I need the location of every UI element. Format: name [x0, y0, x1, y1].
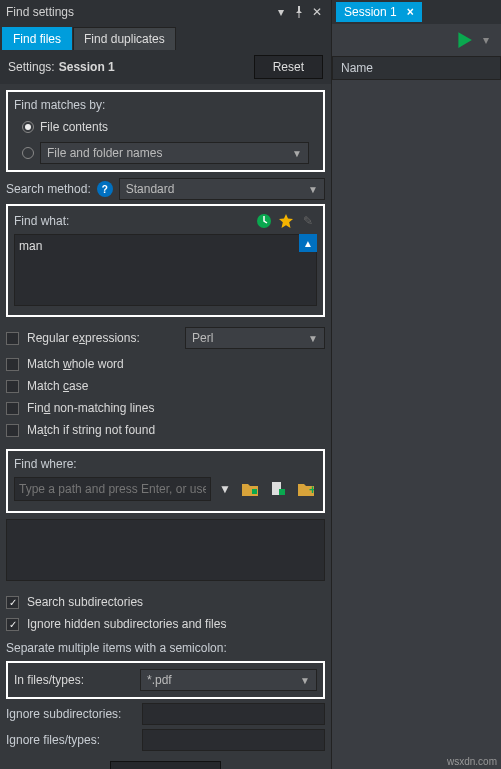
find-settings-panel: Find settings ▾ ✕ Find files Find duplic… [0, 0, 332, 769]
content-area: Find matches by: File contents File and … [0, 84, 331, 769]
titlebar-controls: ▾ ✕ [273, 4, 325, 20]
match-case-checkbox[interactable] [6, 380, 19, 393]
search-subdirs-label: Search subdirectories [27, 595, 143, 609]
favorite-icon[interactable] [277, 212, 295, 230]
ignore-hidden-checkbox[interactable]: ✓ [6, 618, 19, 631]
chevron-down-icon: ▼ [308, 333, 318, 344]
ignore-filetypes-label: Ignore files/types: [6, 733, 136, 747]
session-tab-label: Session 1 [344, 5, 397, 19]
close-icon[interactable]: ✕ [309, 4, 325, 20]
find-what-input[interactable] [14, 234, 317, 306]
non-matching-label: Find non-matching lines [27, 401, 154, 415]
find-matches-label: Find matches by: [14, 98, 317, 112]
panel-title: Find settings [6, 5, 273, 19]
settings-label: Settings: [8, 60, 55, 74]
not-found-row[interactable]: Match if string not found [6, 419, 325, 441]
non-matching-checkbox[interactable] [6, 402, 19, 415]
search-method-label: Search method: [6, 182, 91, 196]
ignore-subdirs-row: Ignore subdirectories: [6, 703, 325, 725]
regex-engine-dropdown[interactable]: Perl ▼ [185, 327, 325, 349]
paths-list[interactable] [6, 519, 325, 581]
tab-find-files[interactable]: Find files [2, 27, 72, 50]
search-method-dropdown[interactable]: Standard ▼ [119, 178, 325, 200]
radio-file-contents[interactable]: File contents [14, 118, 317, 136]
find-what-group: Find what: ✎ ▲ [6, 204, 325, 317]
session-tab[interactable]: Session 1 × [336, 2, 422, 22]
file-types-dropdown[interactable]: *.pdf ▼ [140, 669, 317, 691]
find-matches-group: Find matches by: File contents File and … [6, 90, 325, 172]
radio-icon [22, 147, 34, 159]
chevron-down-icon: ▼ [308, 184, 318, 195]
session-tabs-bar: Session 1 × [332, 0, 501, 24]
ignore-hidden-row[interactable]: ✓ Ignore hidden subdirectories and files [6, 613, 325, 635]
path-input[interactable] [14, 477, 211, 501]
tab-find-duplicates[interactable]: Find duplicates [73, 27, 176, 50]
search-method-value: Standard [126, 182, 175, 196]
find-what-header: Find what: ✎ [14, 212, 317, 230]
regex-engine-value: Perl [192, 331, 213, 345]
find-where-group: Find where: ▼ + [6, 449, 325, 513]
browse-folder-icon[interactable] [239, 478, 261, 500]
reset-button[interactable]: Reset [254, 55, 323, 79]
toolbar-menu-icon[interactable]: ▾ [477, 31, 495, 49]
watermark: wsxdn.com [447, 756, 497, 767]
find-where-row: ▼ + [14, 477, 317, 501]
ignore-filetypes-row: Ignore files/types: [6, 729, 325, 751]
ignore-subdirs-label: Ignore subdirectories: [6, 707, 136, 721]
toolbar-row: ▾ [332, 24, 501, 56]
file-folder-names-label: File and folder names [47, 146, 162, 160]
svg-text:+: + [309, 483, 314, 496]
add-file-icon[interactable] [267, 478, 289, 500]
ignore-subdirs-input[interactable] [142, 703, 325, 725]
find-what-icons: ✎ [255, 212, 317, 230]
ignore-filetypes-input[interactable] [142, 729, 325, 751]
settings-row: Settings: Session 1 Reset [0, 50, 331, 84]
chevron-down-icon: ▼ [300, 675, 310, 686]
match-case-row[interactable]: Match case [6, 375, 325, 397]
whole-word-checkbox[interactable] [6, 358, 19, 371]
dropdown-icon[interactable]: ▾ [273, 4, 289, 20]
search-subdirs-checkbox[interactable]: ✓ [6, 596, 19, 609]
session-name[interactable]: Session 1 [59, 60, 250, 74]
close-session-icon[interactable]: × [407, 5, 414, 19]
play-icon[interactable] [455, 31, 473, 49]
find-where-label: Find where: [14, 457, 317, 471]
results-panel: Session 1 × ▾ Name [332, 0, 501, 769]
chevron-down-icon[interactable]: ▼ [217, 482, 233, 496]
file-types-group: In files/types: *.pdf ▼ [6, 661, 325, 699]
whole-word-label: Match whole word [27, 357, 124, 371]
chevron-down-icon: ▼ [292, 148, 302, 159]
options-block: Regular expressions: Perl ▼ Match whole … [6, 323, 325, 441]
search-method-row: Search method: ? Standard ▼ [6, 178, 325, 200]
file-types-value: *.pdf [147, 673, 172, 687]
svg-rect-1 [252, 489, 257, 494]
history-icon[interactable] [255, 212, 273, 230]
regex-row: Regular expressions: Perl ▼ [6, 323, 325, 353]
find-what-label: Find what: [14, 214, 69, 228]
set-file-filters-button[interactable]: Set file filters… [110, 761, 221, 769]
radio-file-contents-label: File contents [40, 120, 108, 134]
find-what-input-wrap: ▲ [14, 234, 317, 309]
search-subdirs-row[interactable]: ✓ Search subdirectories [6, 591, 325, 613]
radio-icon [22, 121, 34, 133]
help-icon[interactable]: ? [97, 181, 113, 197]
svg-rect-3 [279, 489, 285, 495]
add-folder-icon[interactable]: + [295, 478, 317, 500]
panel-titlebar: Find settings ▾ ✕ [0, 0, 331, 24]
file-folder-names-dropdown[interactable]: File and folder names ▼ [40, 142, 309, 164]
regex-label: Regular expressions: [27, 331, 140, 345]
regex-checkbox[interactable] [6, 332, 19, 345]
more-icon[interactable]: ✎ [299, 212, 317, 230]
match-case-label: Match case [27, 379, 88, 393]
not-found-checkbox[interactable] [6, 424, 19, 437]
tabs-bar: Find files Find duplicates [0, 24, 331, 50]
file-types-label: In files/types: [14, 673, 134, 687]
ignore-hidden-label: Ignore hidden subdirectories and files [27, 617, 226, 631]
separator-hint: Separate multiple items with a semicolon… [6, 641, 325, 655]
column-header-name[interactable]: Name [332, 56, 501, 80]
collapse-icon[interactable]: ▲ [299, 234, 317, 252]
not-found-label: Match if string not found [27, 423, 155, 437]
whole-word-row[interactable]: Match whole word [6, 353, 325, 375]
pin-icon[interactable] [291, 4, 307, 20]
non-matching-row[interactable]: Find non-matching lines [6, 397, 325, 419]
